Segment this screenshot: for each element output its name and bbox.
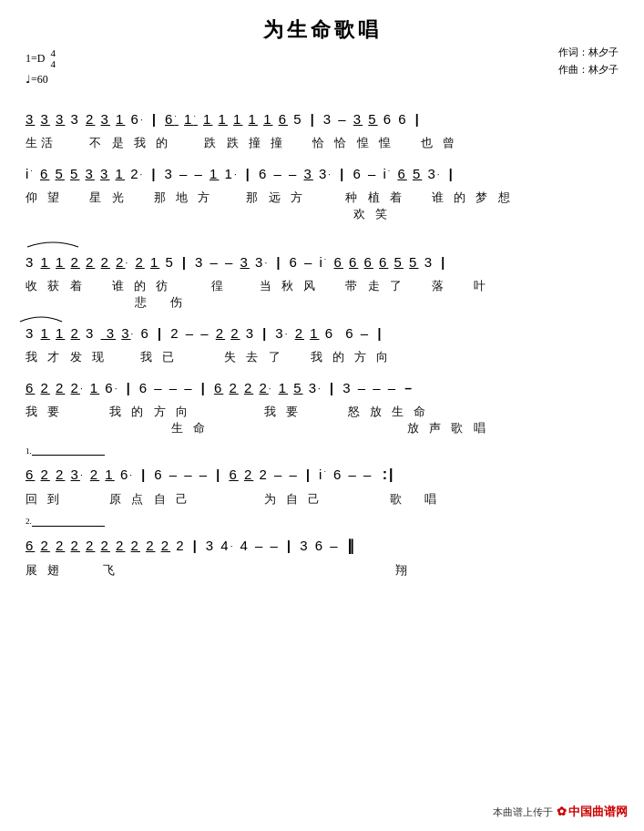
note: 2 bbox=[71, 538, 80, 553]
note: 6 bbox=[40, 166, 49, 181]
section-4: 3 1 1 2 3 3 3· 6 | 2 – – 2 2 3 | 3· 2 1 … bbox=[26, 320, 618, 365]
lyric-1: 生活 不 是 我 的 跌 跌 撞 撞 恰 恰 惶 惶 也 曾 bbox=[26, 135, 618, 151]
barline: | bbox=[287, 533, 292, 559]
note: 5 bbox=[70, 166, 79, 181]
barline: | bbox=[152, 107, 158, 132]
note: 6· bbox=[165, 111, 179, 127]
note: 1 bbox=[203, 111, 212, 127]
note: 2 bbox=[229, 380, 238, 395]
note: 6 bbox=[259, 166, 268, 181]
note: 2 bbox=[90, 467, 99, 482]
barline: | bbox=[311, 107, 316, 132]
note: 2 bbox=[170, 325, 179, 341]
note: 6 bbox=[397, 166, 406, 181]
barline: | bbox=[262, 321, 268, 346]
note: 2 bbox=[135, 254, 144, 270]
section-6: 1. 6 2 2 3· 2 1 6· | 6 – – – | 6 2 2 – –… bbox=[26, 446, 618, 508]
barline: | bbox=[306, 462, 312, 487]
note: 6 bbox=[229, 467, 238, 482]
note: 3 bbox=[255, 254, 264, 270]
note: 1 bbox=[225, 166, 234, 181]
note: 2 bbox=[101, 538, 110, 553]
note: 2 bbox=[130, 166, 139, 181]
note: 5 bbox=[56, 166, 65, 181]
note: 2 bbox=[71, 380, 80, 395]
note: 6 bbox=[340, 325, 355, 341]
note: 3 bbox=[424, 254, 434, 270]
note: 5 bbox=[165, 254, 174, 270]
note: 6 bbox=[334, 254, 343, 270]
barline: | bbox=[377, 321, 383, 346]
section-2: i· 6 5 5 3 3 1 2· | 3 – – 1 1· | 6 – – 3… bbox=[26, 160, 618, 222]
note: 6 bbox=[105, 380, 114, 395]
note: 3 bbox=[353, 111, 363, 127]
barline: | bbox=[182, 250, 188, 275]
barline: | bbox=[276, 250, 281, 275]
note: 2 bbox=[259, 467, 268, 482]
repeat-marker-1: 1. bbox=[26, 446, 618, 460]
footer-text: 本曲谱上传于 bbox=[493, 805, 553, 819]
note: 4 bbox=[240, 538, 250, 553]
note: 6 bbox=[141, 325, 150, 341]
page: 为生命歌唱 1=D 4 4 ♩=60 作词：林夕子 作曲：林夕子 3 3 3 3… bbox=[0, 0, 644, 831]
note: 2 bbox=[86, 538, 95, 553]
section-7: 2. 6 2 2 2 2 2 2 2 2 2 2 | 3 4· 4 – – | … bbox=[26, 517, 618, 579]
notation-row-3: 3 1 1 2 2 2 2· 2 1 5 | 3 – – 3 3· | 6 – … bbox=[26, 249, 618, 276]
note: 6 bbox=[154, 467, 163, 482]
note: 6 bbox=[349, 254, 358, 270]
note: 3 bbox=[206, 538, 215, 553]
barline: | bbox=[158, 321, 163, 346]
note: 6 bbox=[26, 380, 35, 395]
note: 3 bbox=[71, 467, 80, 482]
barline: | bbox=[449, 161, 455, 187]
note: 2 bbox=[41, 467, 50, 482]
note: i· bbox=[319, 467, 328, 482]
note: 3 bbox=[275, 325, 284, 341]
note: 2 bbox=[216, 325, 225, 341]
note: 3 bbox=[26, 111, 35, 127]
note: 3 bbox=[26, 254, 35, 270]
page-title: 为生命歌唱 bbox=[26, 16, 618, 44]
note: 1· bbox=[184, 111, 198, 127]
section-1: 3 3 3 3 2 3 1 6· | 6· 1· 1 1 1 1 1 6 bbox=[26, 106, 618, 151]
lyric-4: 我 才 发 现 我 已 失 去 了 我 的 方 向 bbox=[26, 349, 618, 365]
note: 3 bbox=[165, 166, 174, 181]
note: 5 bbox=[394, 254, 404, 270]
note: i· bbox=[320, 254, 329, 270]
note: 3 bbox=[303, 166, 312, 181]
time-sig: 4 4 bbox=[50, 47, 56, 69]
note: 1 bbox=[210, 166, 219, 181]
note: 1 bbox=[90, 380, 99, 395]
note: 3 bbox=[56, 111, 65, 127]
note: 3 bbox=[323, 111, 332, 127]
note: 2 bbox=[101, 254, 110, 270]
note: 6 bbox=[383, 111, 393, 127]
note: 6 bbox=[139, 380, 148, 395]
note: 2 bbox=[56, 467, 65, 482]
note: 6 bbox=[26, 538, 35, 553]
note: 3 bbox=[101, 111, 110, 127]
note: 6 bbox=[315, 538, 324, 553]
note: 1 bbox=[105, 467, 114, 482]
barline: | bbox=[151, 161, 157, 187]
lyric-2a: 仰 望 星 光 那 地 方 那 远 方 种 植 着 谁 的 梦 想 bbox=[26, 190, 618, 206]
note: 6 bbox=[214, 380, 223, 395]
barline: | bbox=[415, 107, 421, 132]
key-label: 1=D bbox=[26, 50, 45, 67]
note: i· bbox=[383, 166, 392, 181]
note: 5 bbox=[413, 166, 422, 181]
note: 3 bbox=[121, 325, 130, 341]
note: 1 bbox=[233, 111, 242, 127]
section-3: 3 1 1 2 2 2 2· 2 1 5 | 3 – – 3 3· | 6 – … bbox=[26, 232, 618, 311]
barline: | bbox=[141, 462, 147, 487]
note: 1 bbox=[279, 380, 288, 395]
note: 1 bbox=[310, 325, 319, 341]
note: 5 bbox=[409, 254, 418, 270]
note: 6 bbox=[279, 111, 288, 127]
lyric-5b: 生 命 放 声 歌 唱 bbox=[26, 420, 618, 436]
note: 3 bbox=[195, 254, 204, 270]
note: 3 bbox=[246, 325, 255, 341]
barline: – bbox=[404, 375, 414, 401]
meta-left: 1=D 4 4 ♩=60 bbox=[26, 47, 56, 88]
notation-row-4: 3 1 1 2 3 3 3· 6 | 2 – – 2 2 3 | 3· 2 1 … bbox=[26, 320, 618, 347]
